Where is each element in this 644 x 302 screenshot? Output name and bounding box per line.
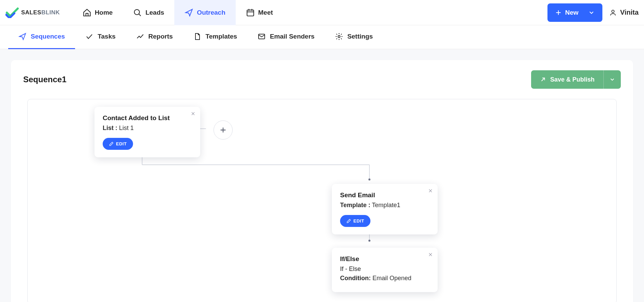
arrow-up-right-icon <box>540 76 546 83</box>
node-send-email-title: Send Email <box>340 191 429 199</box>
node-send-email-sub: Template : Template1 <box>340 202 429 209</box>
subnav-reports-label: Reports <box>148 33 173 40</box>
close-icon <box>428 188 433 193</box>
subnav-settings-label: Settings <box>347 33 373 40</box>
node-trigger[interactable]: Contact Added to List List : List 1 EDIT <box>94 107 200 157</box>
user-menu[interactable]: Vinita <box>609 9 639 16</box>
node-ifelse-line1: If - Else <box>340 265 429 273</box>
edit-icon <box>346 218 351 224</box>
new-button-label: New <box>565 9 579 16</box>
svg-line-11 <box>541 78 544 81</box>
page: Sequence1 Save & Publish <box>0 49 644 302</box>
subnav-templates-label: Templates <box>206 33 237 40</box>
node-edit-button[interactable]: EDIT <box>340 215 370 227</box>
user-name: Vinita <box>620 9 639 16</box>
nav-meet-label: Meet <box>258 9 273 16</box>
svg-line-1 <box>139 14 141 16</box>
nav-meet[interactable]: Meet <box>236 0 283 25</box>
subnav: Sequences Tasks Reports Templates Email … <box>0 25 644 49</box>
save-publish-main[interactable]: Save & Publish <box>531 70 604 89</box>
logo-text: SALESBLINK <box>21 9 60 16</box>
close-icon <box>191 111 195 116</box>
card-header: Sequence1 Save & Publish <box>23 70 621 89</box>
node-edit-label: EDIT <box>353 218 364 224</box>
chart-icon <box>136 32 144 41</box>
new-button[interactable]: New <box>547 3 602 22</box>
search-icon <box>133 8 142 17</box>
sequence-card: Sequence1 Save & Publish <box>11 60 633 302</box>
node-ifelse-title: If/Else <box>340 255 429 263</box>
mail-icon <box>258 32 266 41</box>
save-publish-label: Save & Publish <box>550 76 595 83</box>
node-ifelse-condition: Condition: Email Opened <box>340 275 429 282</box>
logo[interactable]: SALESBLINK <box>5 7 60 18</box>
plus-icon <box>555 9 562 16</box>
chevron-down-icon <box>588 9 595 16</box>
nav-home-label: Home <box>95 9 113 16</box>
nav-outreach[interactable]: Outreach <box>174 0 235 25</box>
user-icon <box>609 9 617 16</box>
file-icon <box>193 32 202 41</box>
subnav-tasks[interactable]: Tasks <box>75 25 126 49</box>
nav-leads-label: Leads <box>145 9 164 16</box>
flow-canvas[interactable]: Contact Added to List List : List 1 EDIT… <box>27 99 617 302</box>
svg-point-8 <box>612 10 614 12</box>
plus-icon <box>219 126 227 134</box>
send-icon <box>18 32 27 41</box>
subnav-tasks-label: Tasks <box>98 33 115 40</box>
node-close-button[interactable] <box>191 111 195 118</box>
calendar-icon <box>246 8 255 17</box>
edit-icon <box>109 141 114 146</box>
sequence-title: Sequence1 <box>23 75 67 84</box>
subnav-email-senders[interactable]: Email Senders <box>247 25 325 49</box>
node-trigger-sub: List : List 1 <box>103 125 192 132</box>
save-publish-button[interactable]: Save & Publish <box>531 70 621 89</box>
svg-point-10 <box>338 35 340 38</box>
nav-outreach-label: Outreach <box>197 9 225 16</box>
nav-home[interactable]: Home <box>72 0 123 25</box>
svg-point-0 <box>134 9 140 14</box>
top-nav: Home Leads Outreach Meet <box>72 0 283 25</box>
node-ifelse[interactable]: If/Else If - Else Condition: Email Opene… <box>332 248 438 292</box>
node-edit-button[interactable]: EDIT <box>103 138 133 150</box>
node-close-button[interactable] <box>428 188 433 195</box>
svg-rect-2 <box>247 10 254 16</box>
nav-leads[interactable]: Leads <box>123 0 174 25</box>
subnav-sequences[interactable]: Sequences <box>8 25 75 49</box>
logo-mark-icon <box>5 7 19 18</box>
node-close-button[interactable] <box>428 252 433 259</box>
subnav-sequences-label: Sequences <box>31 33 65 40</box>
add-step-button[interactable] <box>214 120 233 140</box>
node-send-email[interactable]: Send Email Template : Template1 EDIT <box>332 184 438 234</box>
send-icon <box>185 8 193 17</box>
node-edit-label: EDIT <box>116 141 127 146</box>
topbar: SALESBLINK Home Leads Outreach Meet New … <box>0 0 644 25</box>
subnav-reports[interactable]: Reports <box>126 25 183 49</box>
gear-icon <box>335 32 343 41</box>
subnav-settings[interactable]: Settings <box>325 25 383 49</box>
home-icon <box>83 8 91 17</box>
check-icon <box>85 32 93 41</box>
close-icon <box>428 252 433 257</box>
subnav-templates[interactable]: Templates <box>183 25 248 49</box>
chevron-down-icon <box>609 76 615 83</box>
node-trigger-title: Contact Added to List <box>103 114 192 122</box>
subnav-email-senders-label: Email Senders <box>270 33 314 40</box>
save-publish-dropdown[interactable] <box>604 70 621 89</box>
svg-point-18 <box>368 178 370 181</box>
svg-point-21 <box>368 240 370 242</box>
